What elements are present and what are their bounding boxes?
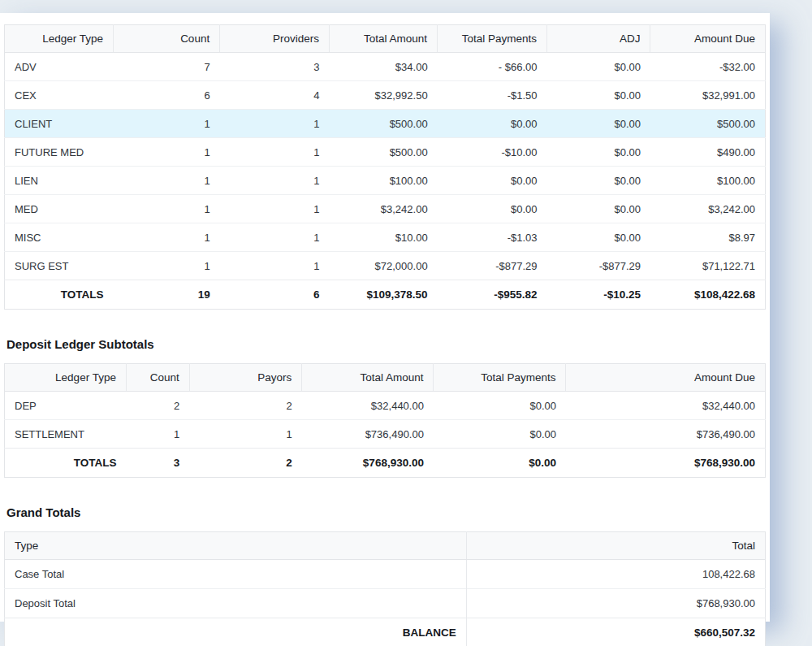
total-amount-cell: $32,992.50: [330, 81, 438, 110]
total-amount-cell: $3,242.00: [330, 195, 438, 223]
deposit-row[interactable]: SETTLEMENT 1 1 $736,490.00 $0.00 $736,49…: [5, 420, 766, 449]
count-cell: 1: [113, 167, 219, 195]
deposit-ledger-subtotals-title: Deposit Ledger Subtotals: [6, 337, 766, 351]
column-header-total-payments: Total Payments: [438, 25, 547, 53]
count-cell: 7: [113, 53, 219, 81]
grand-total-row[interactable]: Case Total 108,422.68: [5, 560, 766, 589]
totals-count: 3: [126, 449, 189, 478]
column-header-amount-due: Amount Due: [566, 364, 766, 392]
amount-due-cell: $100.00: [650, 167, 766, 195]
ledger-row[interactable]: CLIENT 1 1 $500.00 $0.00 $0.00 $500.00: [5, 110, 766, 138]
ledger-row[interactable]: MISC 1 1 $10.00 -$1.03 $0.00 $8.97: [5, 223, 766, 252]
ledger-type-cell: ADV: [5, 53, 114, 81]
adj-cell: $0.00: [547, 195, 650, 223]
ledger-row[interactable]: MED 1 1 $3,242.00 $0.00 $0.00 $3,242.00: [5, 195, 766, 223]
providers-cell: 1: [220, 252, 330, 280]
count-cell: 1: [126, 420, 189, 449]
total-payments-cell: $0.00: [438, 110, 547, 138]
totals-count: 19: [113, 280, 219, 310]
column-header-count: Count: [126, 364, 189, 392]
balance-total: $660,507.32: [466, 618, 765, 646]
column-header-type: Type: [5, 532, 467, 560]
ledger-report-card: Ledger Type Count Providers Total Amount…: [0, 13, 770, 622]
totals-total-payments: -$955.82: [438, 280, 547, 310]
total-amount-cell: $72,000.00: [330, 252, 438, 280]
amount-due-cell: $3,242.00: [650, 195, 766, 223]
adj-cell: $0.00: [547, 81, 650, 110]
total-amount-cell: $34.00: [330, 53, 438, 81]
column-header-ledger-type: Ledger Type: [5, 25, 114, 53]
total-payments-cell: -$10.00: [438, 138, 547, 167]
totals-label: TOTALS: [5, 280, 114, 310]
providers-cell: 1: [220, 223, 330, 252]
totals-total-amount: $768,930.00: [302, 449, 434, 478]
payors-cell: 1: [189, 420, 302, 449]
ledger-type-cell: MED: [5, 195, 114, 223]
totals-amount-due: $108,422.68: [650, 280, 766, 310]
total-payments-cell: $0.00: [434, 420, 566, 449]
total-cell: $768,930.00: [466, 589, 765, 618]
column-header-total: Total: [466, 532, 765, 560]
amount-due-cell: $32,991.00: [650, 81, 766, 110]
grand-totals-header-row: Type Total: [5, 532, 766, 560]
totals-total-payments: $0.00: [434, 449, 566, 478]
total-payments-cell: - $66.00: [438, 53, 547, 81]
column-header-payors: Payors: [189, 364, 302, 392]
providers-cell: 1: [220, 167, 330, 195]
ledger-row[interactable]: SURG EST 1 1 $72,000.00 -$877.29 -$877.2…: [5, 252, 766, 280]
ledger-type-cell: SURG EST: [5, 252, 114, 280]
ledger-row[interactable]: CEX 6 4 $32,992.50 -$1.50 $0.00 $32,991.…: [5, 81, 766, 110]
column-header-total-payments: Total Payments: [434, 364, 566, 392]
total-payments-cell: -$877.29: [438, 252, 547, 280]
total-amount-cell: $32,440.00: [302, 392, 434, 420]
ledger-type-cell: LIEN: [5, 167, 114, 195]
totals-providers: 6: [220, 280, 330, 310]
column-header-adj: ADJ: [547, 25, 650, 53]
column-header-amount-due: Amount Due: [650, 25, 766, 53]
amount-due-cell: $32,440.00: [566, 392, 766, 420]
ledger-row[interactable]: LIEN 1 1 $100.00 $0.00 $0.00 $100.00: [5, 167, 766, 195]
balance-row: BALANCE $660,507.32: [5, 618, 766, 646]
total-amount-cell: $100.00: [330, 167, 438, 195]
type-cell: Deposit Total: [5, 589, 467, 618]
adj-cell: -$877.29: [547, 252, 650, 280]
total-payments-cell: -$1.50: [438, 81, 547, 110]
deposit-ledger-subtotals-table: Ledger Type Count Payors Total Amount To…: [4, 363, 766, 478]
amount-due-cell: $736,490.00: [566, 420, 766, 449]
ledger-row[interactable]: ADV 7 3 $34.00 - $66.00 $0.00 -$32.00: [5, 53, 766, 81]
totals-amount-due: $768,930.00: [566, 449, 766, 478]
totals-adj: -$10.25: [547, 280, 650, 310]
column-header-providers: Providers: [220, 25, 330, 53]
count-cell: 1: [113, 110, 219, 138]
adj-cell: $0.00: [547, 138, 650, 167]
total-amount-cell: $736,490.00: [302, 420, 434, 449]
adj-cell: $0.00: [547, 167, 650, 195]
providers-cell: 4: [220, 81, 330, 110]
deposit-totals-row: TOTALS 3 2 $768,930.00 $0.00 $768,930.00: [5, 449, 766, 478]
total-payments-cell: $0.00: [438, 167, 547, 195]
adj-cell: $0.00: [547, 223, 650, 252]
amount-due-cell: $71,122.71: [650, 252, 766, 280]
column-header-total-amount: Total Amount: [330, 25, 438, 53]
total-payments-cell: $0.00: [434, 392, 566, 420]
total-amount-cell: $500.00: [330, 138, 438, 167]
count-cell: 1: [113, 138, 219, 167]
total-amount-cell: $10.00: [330, 223, 438, 252]
adj-cell: $0.00: [547, 110, 650, 138]
ledger-type-cell: CEX: [5, 81, 114, 110]
grand-total-row[interactable]: Deposit Total $768,930.00: [5, 589, 766, 618]
ledger-subtotals-table: Ledger Type Count Providers Total Amount…: [4, 24, 766, 310]
providers-cell: 1: [220, 138, 330, 167]
totals-total-amount: $109,378.50: [330, 280, 438, 310]
column-header-count: Count: [113, 25, 219, 53]
grand-totals-title: Grand Totals: [6, 505, 766, 519]
total-cell: 108,422.68: [466, 560, 765, 589]
ledger-row[interactable]: FUTURE MED 1 1 $500.00 -$10.00 $0.00 $49…: [5, 138, 766, 167]
count-cell: 2: [126, 392, 189, 420]
deposit-row[interactable]: DEP 2 2 $32,440.00 $0.00 $32,440.00: [5, 392, 766, 420]
count-cell: 1: [113, 195, 219, 223]
total-payments-cell: -$1.03: [438, 223, 547, 252]
column-header-ledger-type: Ledger Type: [5, 364, 127, 392]
providers-cell: 1: [220, 195, 330, 223]
providers-cell: 1: [220, 110, 330, 138]
